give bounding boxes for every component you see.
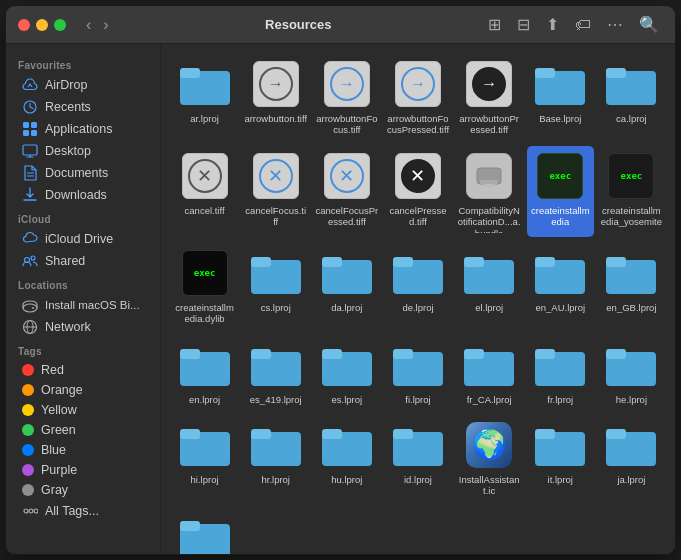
file-item-el-lproj[interactable]: el.lproj <box>456 243 523 329</box>
file-name: ar.lproj <box>173 113 236 124</box>
svg-rect-60 <box>322 429 342 439</box>
file-item-createinstallmedia[interactable]: exec createinstallmedia <box>527 146 594 237</box>
install-icon-wrap: 🌍 <box>463 419 515 471</box>
sidebar-item-desktop[interactable]: Desktop <box>10 140 156 162</box>
file-name: cs.lproj <box>244 302 307 313</box>
file-name: createinstallmedia.dylib <box>173 302 236 325</box>
file-item-arrowbutton[interactable]: → arrowbutton.tiff <box>242 54 309 140</box>
forward-button[interactable]: › <box>99 14 112 36</box>
applications-icon <box>22 121 38 137</box>
file-name: arrowbuttonFocusPressed.tiff <box>386 113 449 136</box>
file-item-hr-lproj[interactable]: hr.lproj <box>242 415 309 501</box>
sidebar-item-tag-purple[interactable]: Purple <box>10 460 156 480</box>
file-item-ja-lproj[interactable]: ja.lproj <box>598 415 665 501</box>
file-name: it.lproj <box>529 474 592 485</box>
file-item-en-gb-lproj[interactable]: en_GB.lproj <box>598 243 665 329</box>
file-item-arrowbuttonpressed[interactable]: → arrowbuttonPressed.tiff <box>456 54 523 140</box>
sidebar-item-tag-blue[interactable]: Blue <box>10 440 156 460</box>
more-icon[interactable]: ⋯ <box>603 13 627 36</box>
view-icon-list[interactable]: ⊟ <box>513 13 534 36</box>
file-item-cancelpressed[interactable]: ✕ cancelPressed.tiff <box>384 146 451 237</box>
tag-icon[interactable]: 🏷 <box>571 14 595 36</box>
sidebar-item-applications[interactable]: Applications <box>10 118 156 140</box>
folder-icon-fr-ca <box>463 339 515 391</box>
file-item-createinstallmedia-dylib[interactable]: exec createinstallmedia.dylib <box>171 243 238 329</box>
file-item-ko-lproj[interactable]: ko.lproj <box>171 507 238 554</box>
file-item-en-au-lproj[interactable]: en_AU.lproj <box>527 243 594 329</box>
file-item-arrowbuttonfocus[interactable]: → arrowbuttonFocus.tiff <box>313 54 380 140</box>
file-item-he-lproj[interactable]: he.lproj <box>598 335 665 409</box>
sidebar-item-tag-gray[interactable]: Gray <box>10 480 156 500</box>
file-item-fr-lproj[interactable]: fr.lproj <box>527 335 594 409</box>
documents-icon <box>22 165 38 181</box>
svg-rect-28 <box>483 184 495 187</box>
file-name: fr_CA.lproj <box>458 394 521 405</box>
sidebar-item-icloud-drive[interactable]: iCloud Drive <box>10 228 156 250</box>
svg-rect-50 <box>464 349 484 359</box>
sidebar-item-shared[interactable]: Shared <box>10 250 156 272</box>
maximize-button[interactable] <box>54 19 66 31</box>
minimize-button[interactable] <box>36 19 48 31</box>
sidebar-item-downloads[interactable]: Downloads <box>10 184 156 206</box>
file-item-fr-ca-lproj[interactable]: fr_CA.lproj <box>456 335 523 409</box>
file-item-id-lproj[interactable]: id.lproj <box>384 415 451 501</box>
file-item-cancelfocuspressed[interactable]: ✕ cancelFocusPressed.tiff <box>313 146 380 237</box>
yellow-dot <box>22 404 34 416</box>
back-button[interactable]: ‹ <box>82 14 95 36</box>
file-item-cancelfocus[interactable]: ✕ cancelFocus.tiff <box>242 146 309 237</box>
svg-rect-40 <box>606 257 626 267</box>
file-name: en.lproj <box>173 394 236 405</box>
tiff-icon-cancelpressed: ✕ <box>392 150 444 202</box>
file-item-da-lproj[interactable]: da.lproj <box>313 243 380 329</box>
svg-rect-24 <box>606 68 626 78</box>
sidebar-item-recents[interactable]: Recents <box>10 96 156 118</box>
svg-rect-30 <box>251 257 271 267</box>
close-button[interactable] <box>18 19 30 31</box>
search-icon[interactable]: 🔍 <box>635 13 663 36</box>
file-item-fi-lproj[interactable]: fi.lproj <box>384 335 451 409</box>
file-name: fr.lproj <box>529 394 592 405</box>
file-item-cancel[interactable]: ✕ cancel.tiff <box>171 146 238 237</box>
sidebar-item-tag-yellow[interactable]: Yellow <box>10 400 156 420</box>
svg-rect-1 <box>23 122 29 128</box>
sidebar-item-all-tags[interactable]: All Tags... <box>10 500 156 522</box>
sidebar-item-airdrop[interactable]: AirDrop <box>10 74 156 96</box>
tiff-icon-arrowbuttonpressed: → <box>463 58 515 110</box>
svg-point-11 <box>32 307 34 309</box>
sidebar-item-tag-red[interactable]: Red <box>10 360 156 380</box>
file-item-cs-lproj[interactable]: cs.lproj <box>242 243 309 329</box>
sidebar-item-install-macos[interactable]: Install macOS Bi... <box>10 294 156 316</box>
file-item-es-lproj[interactable]: es.lproj <box>313 335 380 409</box>
folder-icon-id <box>392 419 444 471</box>
sidebar-item-network[interactable]: Network <box>10 316 156 338</box>
file-item-base-lproj[interactable]: Base.lproj <box>527 54 594 140</box>
sidebar-item-documents[interactable]: Documents <box>10 162 156 184</box>
tiff-icon-arrowbuttonfocus: → <box>321 58 373 110</box>
file-item-hi-lproj[interactable]: hi.lproj <box>171 415 238 501</box>
file-name: Base.lproj <box>529 113 592 124</box>
file-item-arrowbuttonfocuspressed[interactable]: → arrowbuttonFocusPressed.tiff <box>384 54 451 140</box>
view-icon-grid[interactable]: ⊞ <box>484 13 505 36</box>
file-item-ar-lproj[interactable]: ar.lproj <box>171 54 238 140</box>
svg-rect-58 <box>251 429 271 439</box>
file-item-en-lproj[interactable]: en.lproj <box>171 335 238 409</box>
file-item-compatibilitybundle[interactable]: CompatibilityNotificationD...a.bundle <box>456 146 523 237</box>
file-item-ca-lproj[interactable]: ca.lproj <box>598 54 665 140</box>
exec-icon-dylib: exec <box>179 247 231 299</box>
files-grid: ar.lproj → arrowbutton.tiff <box>171 54 665 554</box>
red-dot <box>22 364 34 376</box>
file-item-installassistant[interactable]: 🌍 InstallAssistant.ic <box>456 415 523 501</box>
file-item-it-lproj[interactable]: it.lproj <box>527 415 594 501</box>
file-item-es-419-lproj[interactable]: es_419.lproj <box>242 335 309 409</box>
sidebar-item-tag-green[interactable]: Green <box>10 420 156 440</box>
toolbar-right: ⊞ ⊟ ⬆ 🏷 ⋯ 🔍 <box>484 13 663 36</box>
sidebar-item-tag-orange[interactable]: Orange <box>10 380 156 400</box>
install-macos-label: Install macOS Bi... <box>45 299 140 311</box>
file-name: createinstallmedia_yosemite <box>600 205 663 228</box>
share-icon[interactable]: ⬆ <box>542 13 563 36</box>
all-tags-icon <box>22 503 38 519</box>
file-item-hu-lproj[interactable]: hu.lproj <box>313 415 380 501</box>
file-item-createinstallmedia-yosemite[interactable]: exec createinstallmedia_yosemite <box>598 146 665 237</box>
svg-rect-36 <box>464 257 484 267</box>
file-item-de-lproj[interactable]: de.lproj <box>384 243 451 329</box>
